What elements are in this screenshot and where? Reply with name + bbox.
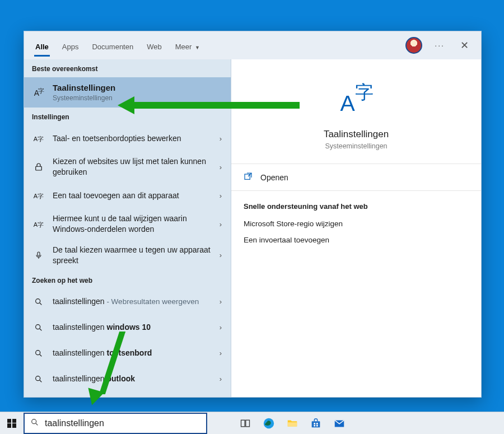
svg-text:A: A: [340, 91, 356, 115]
start-button[interactable]: [0, 412, 24, 435]
tab-web[interactable]: Web: [140, 35, 169, 57]
svg-text:A字: A字: [34, 136, 44, 142]
svg-rect-16: [241, 420, 245, 427]
web-result-item[interactable]: taalinstellingen toetsenbord ›: [24, 340, 231, 366]
section-settings: Instellingen: [24, 108, 231, 125]
file-explorer-icon[interactable]: [281, 412, 304, 435]
svg-point-9: [36, 350, 40, 354]
chevron-right-icon: ›: [217, 297, 224, 306]
best-match-title: Taalinstellingen: [53, 82, 224, 94]
web-result-item[interactable]: taalinstellingen windows 11 ›: [24, 392, 231, 397]
svg-rect-3: [36, 167, 42, 171]
language-keyboard-icon: A字: [31, 130, 46, 146]
task-view-icon[interactable]: [234, 412, 256, 435]
tab-more[interactable]: Meer ▼: [169, 35, 207, 57]
chevron-right-icon: ›: [217, 134, 224, 143]
chevron-right-icon: ›: [217, 375, 224, 383]
add-language-icon: A字: [31, 188, 46, 203]
settings-item[interactable]: A字 Hiermee kunt u de taal wijzigen waari…: [24, 208, 231, 240]
search-icon: [30, 418, 39, 428]
svg-text:字: 字: [355, 82, 374, 102]
quick-link[interactable]: Microsoft Store-regio wijzigen: [244, 220, 469, 228]
svg-point-10: [36, 376, 40, 380]
search-tabs: Alle Apps Documenten Web Meer ▼ ··· ✕: [24, 31, 481, 59]
web-result-item[interactable]: taalinstellingen - Webresultaten weergev…: [24, 289, 231, 315]
web-result-item[interactable]: taalinstellingen windows 10 ›: [24, 315, 231, 340]
section-web: Zoeken op het web: [24, 271, 231, 289]
taskbar-pinned-apps: [234, 412, 351, 435]
search-icon: [31, 320, 46, 335]
svg-rect-24: [316, 424, 318, 426]
change-language-icon: A字: [31, 216, 46, 232]
more-options-button[interactable]: ···: [427, 41, 452, 50]
svg-text:A字: A字: [34, 221, 44, 228]
section-best-match: Beste overeenkomst: [24, 59, 231, 77]
results-body: Beste overeenkomst A 字 Taalinstellingen …: [24, 59, 481, 397]
chevron-right-icon: ›: [217, 192, 224, 200]
search-icon: [31, 346, 46, 361]
windows-logo-icon: [7, 419, 16, 428]
language-settings-icon: A 字: [334, 76, 379, 121]
tab-all[interactable]: Alle: [29, 35, 55, 57]
chevron-down-icon: ▼: [195, 45, 200, 50]
svg-rect-22: [316, 423, 318, 424]
preview-subtitle: Systeeminstellingen: [325, 142, 387, 150]
preview-hero: A 字 Taalinstellingen Systeeminstellingen: [231, 59, 481, 164]
quick-support-header: Snelle ondersteuning vanaf het web: [244, 202, 469, 211]
svg-point-8: [36, 324, 40, 329]
svg-rect-6: [38, 252, 40, 256]
svg-point-7: [36, 298, 40, 303]
svg-rect-23: [314, 424, 315, 426]
search-icon: [31, 294, 46, 310]
open-label: Openen: [260, 173, 288, 182]
chevron-right-icon: ›: [217, 323, 224, 332]
open-action[interactable]: Openen: [231, 164, 481, 191]
user-avatar[interactable]: [405, 37, 422, 54]
edge-icon[interactable]: [258, 412, 280, 435]
svg-rect-19: [288, 422, 297, 426]
results-left-column: Beste overeenkomst A 字 Taalinstellingen …: [24, 59, 231, 397]
quick-support: Snelle ondersteuning vanaf het web Micro…: [231, 191, 481, 263]
mail-icon[interactable]: [328, 412, 351, 435]
best-match-item[interactable]: A 字 Taalinstellingen Systeeminstellingen: [24, 77, 231, 108]
svg-rect-20: [312, 421, 320, 427]
taskbar-search-input[interactable]: [45, 418, 200, 428]
svg-text:A字: A字: [34, 193, 44, 199]
settings-item[interactable]: A字 Een taal toevoegen aan dit apparaat ›: [24, 183, 231, 208]
microphone-icon: [31, 248, 46, 263]
svg-text:字: 字: [38, 87, 44, 94]
chevron-right-icon: ›: [217, 251, 224, 259]
preview-title: Taalinstellingen: [324, 129, 389, 140]
open-icon: [244, 172, 253, 183]
settings-item[interactable]: Kiezen of websites uw lijst met talen ku…: [24, 151, 231, 183]
svg-point-15: [32, 419, 36, 424]
best-match-subtitle: Systeeminstellingen: [53, 94, 224, 102]
chevron-right-icon: ›: [217, 220, 224, 228]
tab-documents[interactable]: Documenten: [85, 35, 140, 57]
svg-rect-21: [314, 423, 315, 424]
preview-pane: A 字 Taalinstellingen Systeeminstellingen…: [231, 59, 481, 397]
search-icon: [31, 371, 46, 387]
quick-link[interactable]: Een invoertaal toevoegen: [244, 236, 469, 244]
taskbar-search-box[interactable]: [24, 413, 207, 434]
close-button[interactable]: ✕: [452, 39, 477, 52]
microsoft-store-icon[interactable]: [305, 412, 327, 435]
settings-item[interactable]: A字 Taal- en toetsenbordopties bewerken ›: [24, 125, 231, 151]
chevron-right-icon: ›: [217, 163, 224, 171]
svg-rect-17: [246, 420, 250, 427]
chevron-right-icon: ›: [217, 349, 224, 357]
language-settings-icon: A 字: [31, 85, 46, 100]
settings-item[interactable]: De taal kiezen waarmee u tegen uw appara…: [24, 240, 231, 271]
tab-apps[interactable]: Apps: [55, 35, 86, 57]
taskbar: [0, 412, 504, 434]
lock-icon: [31, 159, 46, 175]
web-result-item[interactable]: taalinstellingen outlook ›: [24, 366, 231, 392]
search-panel: Alle Apps Documenten Web Meer ▼ ··· ✕ Be…: [24, 31, 482, 398]
